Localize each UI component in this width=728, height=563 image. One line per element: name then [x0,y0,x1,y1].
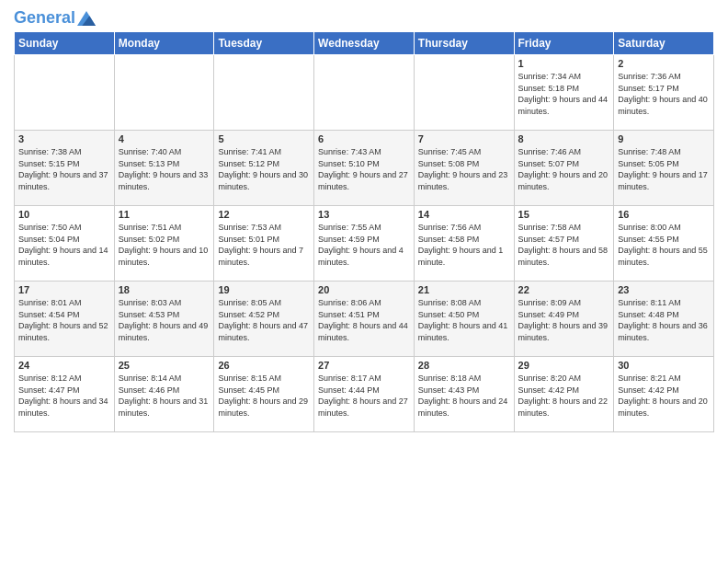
calendar-cell [214,55,314,131]
day-number: 23 [618,284,710,295]
calendar-cell: 13Sunrise: 7:55 AMSunset: 4:59 PMDayligh… [314,206,415,282]
calendar-cell: 23Sunrise: 8:11 AMSunset: 4:48 PMDayligh… [614,282,714,357]
calendar-cell: 8Sunrise: 7:46 AMSunset: 5:07 PMDaylight… [514,131,614,206]
day-number: 9 [618,133,710,144]
calendar-cell: 2Sunrise: 7:36 AMSunset: 5:17 PMDaylight… [614,55,714,131]
day-info: Sunrise: 7:55 AMSunset: 4:59 PMDaylight:… [318,222,410,268]
calendar-cell: 14Sunrise: 7:56 AMSunset: 4:58 PMDayligh… [414,206,514,282]
calendar-cell [414,55,514,131]
page-container: General SundayMondayTuesdayWednesdayThur… [0,0,728,442]
calendar-cell: 29Sunrise: 8:20 AMSunset: 4:42 PMDayligh… [514,357,614,432]
col-header-monday: Monday [114,32,214,55]
week-row-1: 1Sunrise: 7:34 AMSunset: 5:18 PMDaylight… [15,55,714,131]
day-info: Sunrise: 8:12 AMSunset: 4:47 PMDaylight:… [18,373,110,419]
calendar-cell: 17Sunrise: 8:01 AMSunset: 4:54 PMDayligh… [15,282,115,357]
day-number: 27 [318,360,410,371]
calendar-cell: 15Sunrise: 7:58 AMSunset: 4:57 PMDayligh… [514,206,614,282]
calendar-table: SundayMondayTuesdayWednesdayThursdayFrid… [14,31,714,432]
col-header-friday: Friday [514,32,614,55]
day-number: 8 [518,133,610,144]
day-info: Sunrise: 8:15 AMSunset: 4:45 PMDaylight:… [218,373,310,419]
week-row-2: 3Sunrise: 7:38 AMSunset: 5:15 PMDaylight… [15,131,714,206]
day-number: 12 [218,209,310,220]
day-number: 22 [518,284,610,295]
day-number: 16 [618,209,710,220]
day-info: Sunrise: 8:03 AMSunset: 4:53 PMDaylight:… [119,297,210,343]
day-info: Sunrise: 8:18 AMSunset: 4:43 PMDaylight:… [418,373,510,419]
calendar-cell: 22Sunrise: 8:09 AMSunset: 4:49 PMDayligh… [514,282,614,357]
calendar-cell [314,55,415,131]
day-info: Sunrise: 8:06 AMSunset: 4:51 PMDaylight:… [318,297,410,343]
calendar-cell [15,55,115,131]
day-info: Sunrise: 8:01 AMSunset: 4:54 PMDaylight:… [18,297,110,343]
col-header-thursday: Thursday [414,32,514,55]
day-number: 15 [518,209,610,220]
day-number: 17 [18,284,110,295]
day-number: 11 [119,209,210,220]
day-number: 20 [318,284,410,295]
calendar-cell: 12Sunrise: 7:53 AMSunset: 5:01 PMDayligh… [214,206,314,282]
day-number: 2 [618,58,710,69]
calendar-cell: 26Sunrise: 8:15 AMSunset: 4:45 PMDayligh… [214,357,314,432]
calendar-cell: 9Sunrise: 7:48 AMSunset: 5:05 PMDaylight… [614,131,714,206]
day-info: Sunrise: 7:46 AMSunset: 5:07 PMDaylight:… [518,146,610,192]
day-info: Sunrise: 8:00 AMSunset: 4:55 PMDaylight:… [618,222,710,268]
calendar-cell: 5Sunrise: 7:41 AMSunset: 5:12 PMDaylight… [214,131,314,206]
col-header-wednesday: Wednesday [314,32,415,55]
calendar-cell: 30Sunrise: 8:21 AMSunset: 4:42 PMDayligh… [614,357,714,432]
day-number: 6 [318,133,410,144]
calendar-cell: 19Sunrise: 8:05 AMSunset: 4:52 PMDayligh… [214,282,314,357]
day-info: Sunrise: 8:11 AMSunset: 4:48 PMDaylight:… [618,297,710,343]
day-number: 14 [418,209,510,220]
day-info: Sunrise: 8:09 AMSunset: 4:49 PMDaylight:… [518,297,610,343]
day-number: 29 [518,360,610,371]
day-number: 3 [18,133,110,144]
day-info: Sunrise: 7:53 AMSunset: 5:01 PMDaylight:… [218,222,310,268]
day-info: Sunrise: 7:40 AMSunset: 5:13 PMDaylight:… [119,146,210,192]
logo: General [14,9,96,24]
calendar-cell: 7Sunrise: 7:45 AMSunset: 5:08 PMDaylight… [414,131,514,206]
day-info: Sunrise: 8:08 AMSunset: 4:50 PMDaylight:… [418,297,510,343]
day-number: 5 [218,133,310,144]
calendar-cell: 28Sunrise: 8:18 AMSunset: 4:43 PMDayligh… [414,357,514,432]
week-row-3: 10Sunrise: 7:50 AMSunset: 5:04 PMDayligh… [15,206,714,282]
calendar-cell: 10Sunrise: 7:50 AMSunset: 5:04 PMDayligh… [15,206,115,282]
col-header-tuesday: Tuesday [214,32,314,55]
calendar-cell: 25Sunrise: 8:14 AMSunset: 4:46 PMDayligh… [114,357,214,432]
day-info: Sunrise: 8:17 AMSunset: 4:44 PMDaylight:… [318,373,410,419]
day-number: 21 [418,284,510,295]
day-info: Sunrise: 7:50 AMSunset: 5:04 PMDaylight:… [18,222,110,268]
day-number: 26 [218,360,310,371]
day-number: 24 [18,360,110,371]
day-number: 1 [518,58,610,69]
day-number: 25 [119,360,210,371]
calendar-cell: 16Sunrise: 8:00 AMSunset: 4:55 PMDayligh… [614,206,714,282]
day-info: Sunrise: 8:21 AMSunset: 4:42 PMDaylight:… [618,373,710,419]
calendar-cell: 24Sunrise: 8:12 AMSunset: 4:47 PMDayligh… [15,357,115,432]
logo-text: General [14,9,75,28]
col-header-saturday: Saturday [614,32,714,55]
day-info: Sunrise: 7:45 AMSunset: 5:08 PMDaylight:… [418,146,510,192]
calendar-cell [114,55,214,131]
day-number: 4 [119,133,210,144]
day-info: Sunrise: 8:14 AMSunset: 4:46 PMDaylight:… [119,373,210,419]
calendar-cell: 18Sunrise: 8:03 AMSunset: 4:53 PMDayligh… [114,282,214,357]
calendar-cell: 1Sunrise: 7:34 AMSunset: 5:18 PMDaylight… [514,55,614,131]
calendar-cell: 3Sunrise: 7:38 AMSunset: 5:15 PMDaylight… [15,131,115,206]
day-info: Sunrise: 8:20 AMSunset: 4:42 PMDaylight:… [518,373,610,419]
day-info: Sunrise: 7:51 AMSunset: 5:02 PMDaylight:… [119,222,210,268]
day-info: Sunrise: 7:41 AMSunset: 5:12 PMDaylight:… [218,146,310,192]
day-number: 13 [318,209,410,220]
day-number: 18 [119,284,210,295]
col-header-sunday: Sunday [15,32,115,55]
day-number: 28 [418,360,510,371]
week-row-4: 17Sunrise: 8:01 AMSunset: 4:54 PMDayligh… [15,282,714,357]
day-info: Sunrise: 7:38 AMSunset: 5:15 PMDaylight:… [18,146,110,192]
calendar-cell: 6Sunrise: 7:43 AMSunset: 5:10 PMDaylight… [314,131,415,206]
logo-icon [77,9,96,28]
header-row: SundayMondayTuesdayWednesdayThursdayFrid… [15,32,714,55]
calendar-cell: 4Sunrise: 7:40 AMSunset: 5:13 PMDaylight… [114,131,214,206]
day-info: Sunrise: 7:48 AMSunset: 5:05 PMDaylight:… [618,146,710,192]
calendar-cell: 21Sunrise: 8:08 AMSunset: 4:50 PMDayligh… [414,282,514,357]
day-info: Sunrise: 7:43 AMSunset: 5:10 PMDaylight:… [318,146,410,192]
